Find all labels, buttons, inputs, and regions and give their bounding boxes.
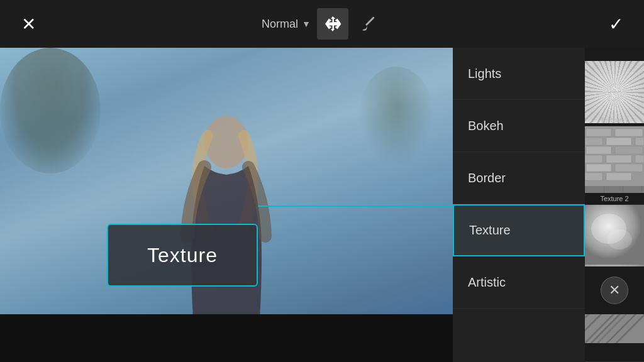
confirm-button[interactable]: ✓ xyxy=(600,8,631,40)
svg-line-2 xyxy=(614,61,644,90)
svg-rect-18 xyxy=(586,129,611,136)
menu-item-empty xyxy=(453,309,585,362)
menu-item-lights[interactable]: Lights xyxy=(453,48,585,100)
svg-rect-25 xyxy=(585,155,602,163)
blend-mode-label: Normal xyxy=(262,18,298,31)
svg-line-15 xyxy=(614,90,644,92)
svg-rect-31 xyxy=(606,173,631,180)
svg-rect-21 xyxy=(606,138,631,145)
close-button[interactable]: ✕ xyxy=(13,8,44,40)
menu-item-bokeh-label: Bokeh xyxy=(468,119,504,133)
svg-line-8 xyxy=(585,86,614,90)
menu-item-artistic-label: Artistic xyxy=(468,275,506,290)
svg-line-16 xyxy=(614,74,644,90)
thumbnail-texture1[interactable]: Texture 1 xyxy=(585,48,644,126)
svg-line-9 xyxy=(585,90,614,105)
menu-item-texture[interactable]: Texture xyxy=(453,204,585,256)
menu-item-lights-label: Lights xyxy=(468,67,501,81)
blend-mode-selector[interactable]: Normal ▼ xyxy=(262,18,311,31)
svg-line-6 xyxy=(597,61,614,90)
svg-rect-23 xyxy=(586,146,611,154)
thumbnail-texture2-label: Texture 2 xyxy=(585,195,644,202)
thumbnail-texture2-image xyxy=(585,126,644,193)
svg-rect-27 xyxy=(635,155,644,163)
texture-label-text: Texture xyxy=(147,244,218,267)
svg-line-7 xyxy=(585,67,614,90)
svg-rect-26 xyxy=(606,155,631,163)
toolbar-center: Normal ▼ xyxy=(262,8,382,40)
menu-item-border-label: Border xyxy=(468,171,506,185)
svg-point-34 xyxy=(607,229,632,250)
svg-line-14 xyxy=(614,90,644,111)
svg-rect-30 xyxy=(585,173,602,180)
thumbnail-texture2[interactable]: Texture 2 xyxy=(585,126,644,205)
svg-rect-20 xyxy=(585,138,602,145)
texture-label-box: Texture xyxy=(107,224,258,287)
svg-rect-22 xyxy=(635,138,644,145)
thumbnail-texture1-image xyxy=(585,61,644,123)
thumbnail-panel-close-button[interactable]: ✕ xyxy=(585,266,644,314)
menu-panel: Lights Bokeh Border Texture Artistic xyxy=(453,48,585,362)
brush-tool-button[interactable] xyxy=(355,10,382,38)
svg-line-3 xyxy=(614,61,635,90)
svg-rect-1 xyxy=(585,61,644,121)
menu-item-texture-label: Texture xyxy=(469,223,511,238)
svg-rect-24 xyxy=(615,146,643,154)
close-circle-icon: ✕ xyxy=(601,277,628,304)
close-icon: ✕ xyxy=(609,282,620,299)
move-tool-button[interactable] xyxy=(317,8,348,40)
svg-rect-29 xyxy=(615,164,643,172)
thumbnail-panel: Texture 1 xyxy=(585,48,644,362)
svg-line-4 xyxy=(614,61,623,90)
svg-rect-28 xyxy=(586,164,611,172)
menu-item-border[interactable]: Border xyxy=(453,152,585,204)
thumbnail-texture1-label: Texture 1 xyxy=(585,116,644,124)
thumbnail-texture3-image xyxy=(585,205,644,272)
svg-line-5 xyxy=(610,61,614,90)
toolbar: ✕ Normal ▼ ✓ xyxy=(0,0,644,48)
menu-item-bokeh[interactable]: Bokeh xyxy=(453,100,585,152)
menu-item-artistic[interactable]: Artistic xyxy=(453,256,585,309)
blend-mode-arrow: ▼ xyxy=(302,19,311,29)
svg-rect-19 xyxy=(615,129,643,136)
connector-line xyxy=(258,206,459,207)
